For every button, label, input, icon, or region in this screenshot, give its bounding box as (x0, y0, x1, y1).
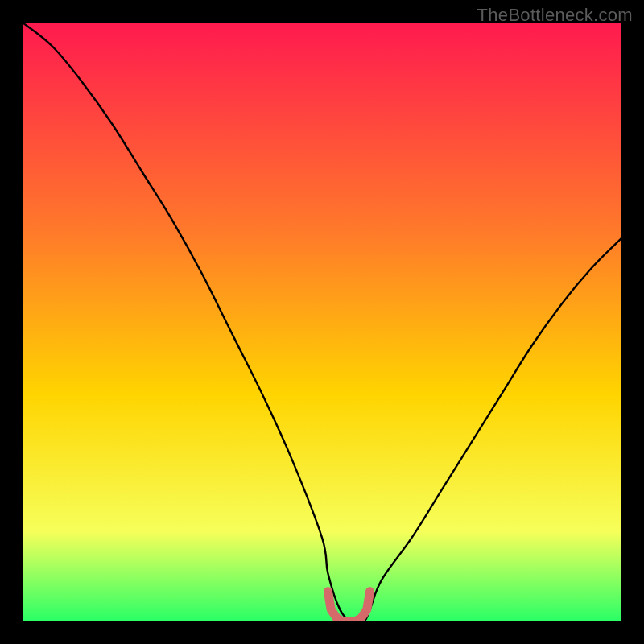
chart-frame: TheBottleneck.com (0, 0, 644, 644)
gradient-background (23, 23, 621, 621)
bottleneck-chart-svg (23, 23, 621, 621)
plot-area (23, 23, 621, 621)
